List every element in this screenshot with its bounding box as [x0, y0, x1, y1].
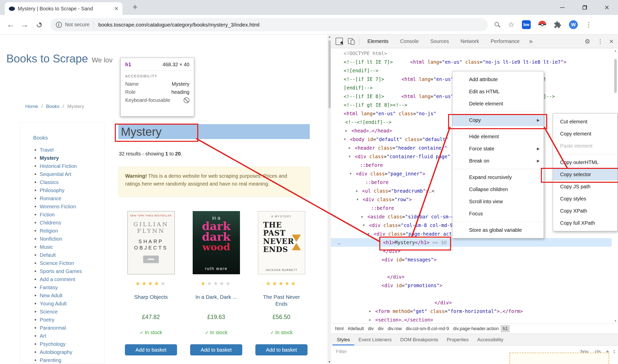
sidebar-category-link[interactable]: Travel — [40, 146, 104, 154]
dom-crumb-item[interactable]: #default — [346, 325, 366, 332]
menu-item-break-on[interactable]: Break on▶ — [452, 155, 544, 167]
zoom-icon[interactable] — [494, 22, 500, 28]
menu-item-expand-recursively[interactable]: Expand recursively — [452, 171, 544, 183]
breadcrumb-item[interactable]: Home — [25, 104, 38, 109]
menu-item-copy-xpath[interactable]: Copy XPath — [553, 205, 617, 217]
book-title-link[interactable]: The Past Never Ends — [259, 293, 304, 309]
sidebar-category-link[interactable]: Sequential Art — [40, 170, 104, 178]
dom-crumb-item[interactable]: h1 — [501, 325, 510, 332]
menu-item-copy-styles[interactable]: Copy styles — [553, 193, 617, 205]
menu-item-copy-full-xpath[interactable]: Copy full XPath — [553, 217, 617, 229]
devtools-settings-gear-icon[interactable]: ⚙ — [581, 38, 594, 45]
restore-button[interactable] — [573, 0, 596, 15]
page-scrollbar[interactable]: ▲ ▼ — [328, 35, 331, 364]
sidebar-category-link[interactable]: Sports and Games — [40, 267, 104, 275]
menu-item-copy-js-path[interactable]: Copy JS path — [553, 180, 617, 193]
menu-item-edit-as-html[interactable]: Edit as HTML — [452, 85, 544, 98]
book-cover-image[interactable]: in adarkdarkwoodruth ware — [193, 211, 240, 274]
sidebar-category-link[interactable]: New Adult — [40, 291, 104, 300]
book-title-link[interactable]: Sharp Objects — [134, 293, 168, 309]
menu-item-cut-element[interactable]: Cut element — [553, 116, 617, 128]
extensions-puzzle-icon[interactable] — [554, 21, 561, 29]
tree-line[interactable]: ▶<section>…</section> — [331, 315, 612, 324]
sidebar-category-link[interactable]: Paranormal — [40, 324, 104, 332]
sidebar-category-link[interactable]: Music — [40, 243, 104, 251]
devtools-menu-dots-icon[interactable]: ⋮ — [594, 38, 607, 45]
tree-expanded-arrow-icon[interactable]: ▼ — [357, 195, 358, 204]
tree-expanded-arrow-icon[interactable]: ▼ — [349, 152, 350, 161]
menu-item-delete-element[interactable]: Delete element — [452, 98, 544, 110]
sidebar-category-link[interactable]: Default — [40, 251, 104, 259]
tree-collapsed-arrow-icon[interactable]: ▶ — [349, 144, 350, 152]
add-to-basket-button[interactable]: Add to basket — [125, 344, 177, 355]
dom-crumb-item[interactable]: div — [376, 325, 386, 332]
dom-crumb-item[interactable]: div.page-header.action — [451, 325, 501, 332]
tree-expanded-arrow-icon[interactable]: ▼ — [363, 221, 365, 230]
forward-icon[interactable]: → — [21, 20, 29, 29]
tree-line[interactable]: <!--[if lt IE 7]> <html lang="en-us" cla… — [331, 58, 612, 66]
sidebar-category-link[interactable]: Poetry — [40, 316, 104, 324]
sidebar-category-link[interactable]: Science — [40, 308, 104, 316]
info-icon[interactable] — [56, 22, 62, 28]
sidebar-category-link[interactable]: Psychology — [40, 340, 104, 348]
scroll-down-icon[interactable]: ▼ — [328, 360, 331, 363]
bitwarden-extension-icon[interactable]: bw — [522, 20, 531, 29]
tree-line[interactable]: </div> — [331, 298, 612, 307]
security-label[interactable]: Not secure — [65, 22, 90, 28]
sidebar-category-link[interactable]: Philosophy — [40, 186, 104, 194]
tree-line[interactable]: <!DOCTYPE html> — [331, 49, 612, 58]
dom-crumb-item[interactable]: div.col-sm-8.col-md-9 — [404, 325, 451, 332]
menu-item-copy-element[interactable]: Copy element — [553, 128, 617, 140]
sidebar-category-link[interactable]: Mystery — [40, 154, 104, 162]
tree-expanded-arrow-icon[interactable]: ▼ — [350, 169, 351, 178]
devtools-tab-sources[interactable]: Sources — [425, 35, 455, 48]
back-icon[interactable]: ← — [7, 20, 15, 29]
menu-item-copy-selector[interactable]: Copy selector — [553, 168, 617, 180]
add-to-basket-button[interactable]: Add to basket — [255, 344, 307, 355]
sidebar-category-link[interactable]: Religion — [40, 227, 104, 235]
url-text[interactable]: books.toscrape.com/catalogue/category/bo… — [98, 22, 259, 28]
sidebar-category-link[interactable]: Childrens — [40, 219, 104, 227]
sidebar-category-link[interactable]: Nonfiction — [40, 235, 104, 243]
minimize-button[interactable] — [551, 0, 573, 15]
dom-crumb-item[interactable]: div — [366, 325, 376, 332]
device-toolbar-icon[interactable] — [348, 38, 355, 45]
inspect-element-icon[interactable] — [336, 38, 343, 45]
scrollbar-thumb[interactable] — [614, 59, 617, 93]
tree-line[interactable]: …<h1>Mystery</h1> == $0 — [331, 238, 612, 247]
tree-collapsed-arrow-icon[interactable]: ▶ — [369, 315, 371, 324]
devtools-tab-elements[interactable]: Elements — [362, 35, 394, 48]
more-tabs-icon[interactable]: » — [525, 37, 536, 45]
sidebar-category-link[interactable]: Romance — [40, 194, 104, 202]
tree-line[interactable] — [331, 264, 612, 272]
pane-tab-accessibility[interactable]: Accessibility — [473, 334, 507, 345]
sidebar-category-link[interactable]: Science Fiction — [40, 259, 104, 267]
address-bar[interactable]: Not secure books.toscrape.com/catalogue/… — [50, 18, 488, 31]
browser-tab[interactable]: Mystery | Books to Scrape - Sand × — [5, 2, 122, 15]
sidebar-category-link[interactable]: Womens Fiction — [40, 202, 104, 211]
pane-tab-styles[interactable]: Styles — [333, 334, 354, 345]
breadcrumb-item[interactable]: Books — [46, 104, 59, 109]
sidebar-category-link[interactable]: Classics — [40, 178, 104, 186]
sidebar-category-link[interactable]: Art — [40, 332, 104, 340]
menu-item-force-state[interactable]: Force state▶ — [452, 143, 544, 155]
pokeball-extension-icon[interactable] — [538, 21, 546, 29]
chrome-menu-icon[interactable]: ⋮ — [585, 21, 592, 29]
new-tab-button[interactable]: + — [133, 2, 138, 12]
book-cover-image[interactable]: A MYSTERYTHEPASTNEVERENDSJACKSON BURNETT — [258, 211, 305, 274]
sidebar-category-link[interactable]: Parenting — [40, 356, 104, 364]
scroll-up-icon[interactable]: ▲ — [328, 35, 331, 38]
add-to-basket-button[interactable]: Add to basket — [190, 344, 242, 355]
site-title-link[interactable]: Books to Scrape — [6, 52, 88, 65]
menu-item-scroll-into-view[interactable]: Scroll into view — [452, 195, 544, 208]
tree-line[interactable]: ▶<form method="get" class="form-horizont… — [331, 307, 612, 315]
menu-item-collapse-children[interactable]: Collapse children — [452, 183, 544, 195]
sidebar-category-link[interactable]: Fantasy — [40, 283, 104, 291]
book-cover-image[interactable]: NEW YORK TIMES BESTSELLERGILLIANFLYNNSHA… — [127, 211, 175, 274]
tab-close-icon[interactable]: × — [114, 5, 118, 13]
menu-item-store-as-global-variable[interactable]: Store as global variable — [452, 224, 544, 236]
sidebar-category-link[interactable]: Fiction — [40, 211, 104, 219]
menu-item-copy-outerhtml[interactable]: Copy outerHTML — [553, 156, 617, 168]
tree-collapsed-arrow-icon[interactable]: ▶ — [345, 126, 347, 135]
menu-item-add-attribute[interactable]: Add attribute — [452, 73, 544, 85]
